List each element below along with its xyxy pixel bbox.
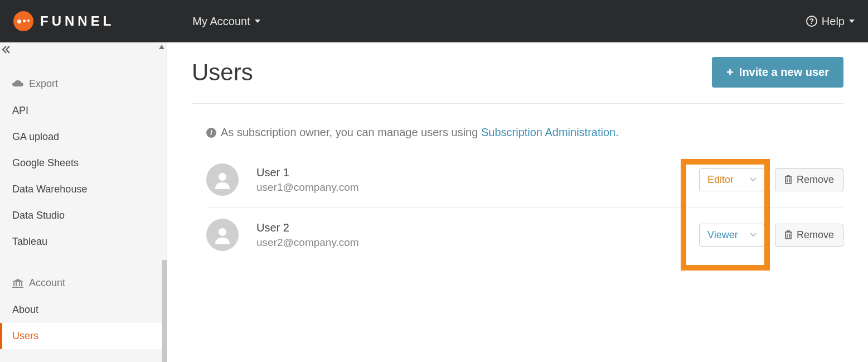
subscription-admin-link[interactable]: Subscription Administration.	[481, 126, 619, 138]
sidebar-section-account: Account	[0, 269, 167, 297]
sidebar-item-data-warehouse[interactable]: Data Warehouse	[0, 176, 167, 202]
help-dropdown[interactable]: ? Help	[806, 15, 855, 28]
sidebar-item-tableau[interactable]: Tableau	[0, 229, 167, 255]
user-list: User 1user1@company.comEditorRemoveUser …	[206, 152, 843, 262]
user-row: User 2user2@company.comViewerRemove	[206, 207, 843, 262]
info-banner: i As subscription owner, you can manage …	[206, 126, 843, 139]
info-icon: i	[206, 128, 216, 138]
svg-point-0	[219, 173, 226, 181]
brand-name: FUNNEL	[40, 13, 114, 29]
remove-button[interactable]: Remove	[775, 224, 843, 247]
svg-point-1	[219, 228, 226, 236]
sidebar-item-api[interactable]: API	[0, 98, 167, 124]
cloud-icon	[12, 80, 23, 89]
collapse-sidebar-button[interactable]	[2, 46, 10, 54]
user-row: User 1user1@company.comEditorRemove	[206, 152, 843, 207]
sidebar: Export APIGA uploadGoogle SheetsData War…	[0, 42, 167, 362]
scrollbar-thumb[interactable]	[162, 260, 167, 362]
sidebar-item-users[interactable]: Users	[0, 323, 167, 349]
sidebar-item-data-studio[interactable]: Data Studio	[0, 202, 167, 229]
remove-label: Remove	[797, 229, 834, 241]
sidebar-item-ga-upload[interactable]: GA upload	[0, 124, 167, 150]
invite-user-button[interactable]: + Invite a new user	[712, 57, 843, 88]
trash-icon	[784, 230, 792, 239]
user-info: User 2user2@company.com	[256, 221, 359, 249]
sidebar-item-google-sheets[interactable]: Google Sheets	[0, 150, 167, 176]
plus-icon: +	[726, 66, 734, 79]
avatar	[206, 219, 239, 251]
remove-label: Remove	[797, 174, 834, 186]
avatar	[206, 163, 239, 196]
account-label: My Account	[192, 15, 250, 28]
chevron-down-icon	[750, 233, 757, 237]
chevron-down-icon	[750, 177, 757, 182]
user-name: User 2	[256, 221, 359, 234]
role-select[interactable]: Viewer	[699, 224, 765, 247]
help-icon: ?	[806, 16, 817, 27]
help-label: Help	[822, 15, 845, 28]
info-text: As subscription owner, you can manage us…	[221, 126, 481, 138]
scroll-up-icon[interactable]	[159, 45, 164, 49]
topbar: FUNNEL My Account ? Help	[0, 0, 868, 42]
trash-icon	[784, 175, 792, 184]
role-value: Viewer	[707, 229, 738, 241]
main-content: Users + Invite a new user i As subscript…	[167, 42, 868, 362]
sidebar-section-export: Export	[0, 70, 167, 98]
logo[interactable]: FUNNEL	[13, 11, 114, 31]
user-info: User 1user1@company.com	[256, 166, 359, 194]
user-name: User 1	[256, 166, 359, 179]
remove-button[interactable]: Remove	[775, 168, 843, 191]
sidebar-item-about[interactable]: About	[0, 297, 167, 323]
page-header: Users + Invite a new user	[192, 57, 843, 104]
role-value: Editor	[707, 174, 734, 186]
chevron-down-icon	[849, 20, 855, 23]
logo-mark-icon	[13, 11, 33, 31]
chevron-down-icon	[255, 20, 260, 23]
user-email: user2@company.com	[256, 236, 359, 249]
account-dropdown[interactable]: My Account	[192, 15, 260, 28]
bank-icon	[12, 279, 23, 288]
page-title: Users	[192, 59, 253, 86]
invite-label: Invite a new user	[739, 66, 829, 79]
role-select[interactable]: Editor	[699, 168, 765, 191]
user-email: user1@company.com	[256, 181, 359, 194]
